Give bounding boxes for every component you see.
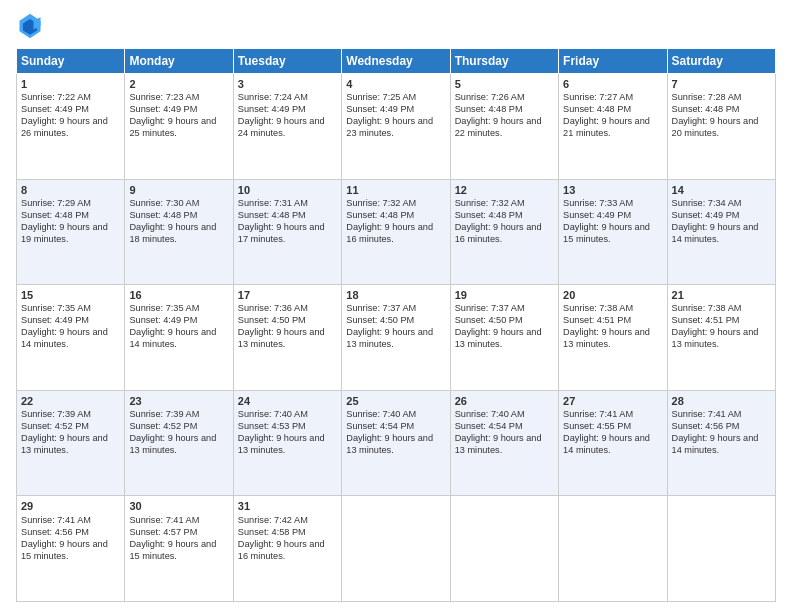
daylight-label: Daylight: 9 hours and 13 minutes.: [238, 327, 325, 349]
day-cell: 13Sunrise: 7:33 AMSunset: 4:49 PMDayligh…: [559, 179, 667, 285]
sunrise-label: Sunrise: 7:24 AM: [238, 92, 308, 102]
sunset-label: Sunset: 4:48 PM: [563, 104, 631, 114]
sunrise-label: Sunrise: 7:28 AM: [672, 92, 742, 102]
day-cell: 31Sunrise: 7:42 AMSunset: 4:58 PMDayligh…: [233, 496, 341, 602]
daylight-label: Daylight: 9 hours and 16 minutes.: [455, 222, 542, 244]
sunset-label: Sunset: 4:49 PM: [21, 104, 89, 114]
day-number: 30: [129, 499, 228, 513]
sunrise-label: Sunrise: 7:33 AM: [563, 198, 633, 208]
sunrise-label: Sunrise: 7:35 AM: [21, 303, 91, 313]
daylight-label: Daylight: 9 hours and 13 minutes.: [129, 433, 216, 455]
sunrise-label: Sunrise: 7:39 AM: [129, 409, 199, 419]
day-cell: 25Sunrise: 7:40 AMSunset: 4:54 PMDayligh…: [342, 390, 450, 496]
day-number: 28: [672, 394, 771, 408]
daylight-label: Daylight: 9 hours and 13 minutes.: [563, 327, 650, 349]
day-cell: 11Sunrise: 7:32 AMSunset: 4:48 PMDayligh…: [342, 179, 450, 285]
sunrise-label: Sunrise: 7:37 AM: [346, 303, 416, 313]
day-cell: 29Sunrise: 7:41 AMSunset: 4:56 PMDayligh…: [17, 496, 125, 602]
daylight-label: Daylight: 9 hours and 13 minutes.: [346, 433, 433, 455]
daylight-label: Daylight: 9 hours and 17 minutes.: [238, 222, 325, 244]
week-row-3: 15Sunrise: 7:35 AMSunset: 4:49 PMDayligh…: [17, 285, 776, 391]
day-cell: 27Sunrise: 7:41 AMSunset: 4:55 PMDayligh…: [559, 390, 667, 496]
day-number: 23: [129, 394, 228, 408]
day-number: 2: [129, 77, 228, 91]
day-cell: 20Sunrise: 7:38 AMSunset: 4:51 PMDayligh…: [559, 285, 667, 391]
daylight-label: Daylight: 9 hours and 14 minutes.: [672, 222, 759, 244]
day-cell: 6Sunrise: 7:27 AMSunset: 4:48 PMDaylight…: [559, 74, 667, 180]
col-header-thursday: Thursday: [450, 49, 558, 74]
col-header-tuesday: Tuesday: [233, 49, 341, 74]
daylight-label: Daylight: 9 hours and 18 minutes.: [129, 222, 216, 244]
sunset-label: Sunset: 4:56 PM: [21, 527, 89, 537]
col-header-saturday: Saturday: [667, 49, 775, 74]
day-cell: 28Sunrise: 7:41 AMSunset: 4:56 PMDayligh…: [667, 390, 775, 496]
sunset-label: Sunset: 4:49 PM: [129, 315, 197, 325]
day-number: 14: [672, 183, 771, 197]
sunrise-label: Sunrise: 7:25 AM: [346, 92, 416, 102]
sunrise-label: Sunrise: 7:40 AM: [455, 409, 525, 419]
sunset-label: Sunset: 4:51 PM: [672, 315, 740, 325]
day-number: 19: [455, 288, 554, 302]
sunrise-label: Sunrise: 7:23 AM: [129, 92, 199, 102]
day-number: 11: [346, 183, 445, 197]
sunrise-label: Sunrise: 7:38 AM: [563, 303, 633, 313]
sunset-label: Sunset: 4:57 PM: [129, 527, 197, 537]
day-number: 5: [455, 77, 554, 91]
sunset-label: Sunset: 4:50 PM: [455, 315, 523, 325]
sunrise-label: Sunrise: 7:30 AM: [129, 198, 199, 208]
sunset-label: Sunset: 4:48 PM: [238, 210, 306, 220]
daylight-label: Daylight: 9 hours and 13 minutes.: [238, 433, 325, 455]
calendar-table: SundayMondayTuesdayWednesdayThursdayFrid…: [16, 48, 776, 602]
logo-icon: [16, 12, 44, 40]
daylight-label: Daylight: 9 hours and 16 minutes.: [238, 539, 325, 561]
day-cell: 7Sunrise: 7:28 AMSunset: 4:48 PMDaylight…: [667, 74, 775, 180]
header-row: SundayMondayTuesdayWednesdayThursdayFrid…: [17, 49, 776, 74]
daylight-label: Daylight: 9 hours and 14 minutes.: [129, 327, 216, 349]
day-number: 3: [238, 77, 337, 91]
daylight-label: Daylight: 9 hours and 20 minutes.: [672, 116, 759, 138]
day-cell: 5Sunrise: 7:26 AMSunset: 4:48 PMDaylight…: [450, 74, 558, 180]
daylight-label: Daylight: 9 hours and 14 minutes.: [563, 433, 650, 455]
logo: [16, 12, 48, 40]
day-cell: 8Sunrise: 7:29 AMSunset: 4:48 PMDaylight…: [17, 179, 125, 285]
col-header-monday: Monday: [125, 49, 233, 74]
sunrise-label: Sunrise: 7:32 AM: [455, 198, 525, 208]
sunset-label: Sunset: 4:50 PM: [346, 315, 414, 325]
sunset-label: Sunset: 4:48 PM: [129, 210, 197, 220]
sunrise-label: Sunrise: 7:41 AM: [672, 409, 742, 419]
day-number: 29: [21, 499, 120, 513]
day-number: 15: [21, 288, 120, 302]
sunrise-label: Sunrise: 7:41 AM: [21, 515, 91, 525]
week-row-1: 1Sunrise: 7:22 AMSunset: 4:49 PMDaylight…: [17, 74, 776, 180]
sunset-label: Sunset: 4:48 PM: [346, 210, 414, 220]
daylight-label: Daylight: 9 hours and 23 minutes.: [346, 116, 433, 138]
day-number: 9: [129, 183, 228, 197]
day-number: 16: [129, 288, 228, 302]
day-number: 25: [346, 394, 445, 408]
daylight-label: Daylight: 9 hours and 24 minutes.: [238, 116, 325, 138]
sunset-label: Sunset: 4:48 PM: [455, 210, 523, 220]
daylight-label: Daylight: 9 hours and 15 minutes.: [129, 539, 216, 561]
day-cell: 1Sunrise: 7:22 AMSunset: 4:49 PMDaylight…: [17, 74, 125, 180]
day-number: 20: [563, 288, 662, 302]
daylight-label: Daylight: 9 hours and 13 minutes.: [672, 327, 759, 349]
day-number: 6: [563, 77, 662, 91]
day-number: 1: [21, 77, 120, 91]
day-number: 31: [238, 499, 337, 513]
sunset-label: Sunset: 4:52 PM: [129, 421, 197, 431]
sunset-label: Sunset: 4:51 PM: [563, 315, 631, 325]
day-number: 12: [455, 183, 554, 197]
day-cell: 3Sunrise: 7:24 AMSunset: 4:49 PMDaylight…: [233, 74, 341, 180]
sunset-label: Sunset: 4:49 PM: [129, 104, 197, 114]
day-cell: 12Sunrise: 7:32 AMSunset: 4:48 PMDayligh…: [450, 179, 558, 285]
daylight-label: Daylight: 9 hours and 19 minutes.: [21, 222, 108, 244]
day-cell: 24Sunrise: 7:40 AMSunset: 4:53 PMDayligh…: [233, 390, 341, 496]
day-cell: 22Sunrise: 7:39 AMSunset: 4:52 PMDayligh…: [17, 390, 125, 496]
day-cell: [667, 496, 775, 602]
sunrise-label: Sunrise: 7:41 AM: [129, 515, 199, 525]
sunset-label: Sunset: 4:49 PM: [238, 104, 306, 114]
week-row-5: 29Sunrise: 7:41 AMSunset: 4:56 PMDayligh…: [17, 496, 776, 602]
day-number: 26: [455, 394, 554, 408]
sunrise-label: Sunrise: 7:31 AM: [238, 198, 308, 208]
day-cell: 23Sunrise: 7:39 AMSunset: 4:52 PMDayligh…: [125, 390, 233, 496]
